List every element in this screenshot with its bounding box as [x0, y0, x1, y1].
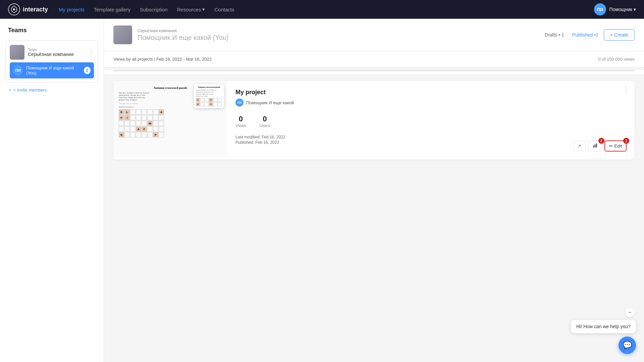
user-avatar-nav: ПИ [594, 3, 606, 15]
nav-subscription[interactable]: Subscription [140, 7, 168, 12]
projects-area: Autumn crossword puzzle Top line: Anothe… [104, 74, 644, 166]
project-actions: ↗ [573, 140, 627, 152]
project-title: My project [235, 89, 627, 96]
content-area: Серьёзная компания Помощник И еще какой … [104, 19, 644, 362]
profile-name: Помощник И еще какой (You) [138, 34, 539, 42]
views-progress-container [104, 70, 644, 74]
phone-cell: L [196, 98, 200, 102]
open-button[interactable]: ↗ [573, 141, 586, 151]
team-label: Team [28, 48, 73, 52]
cw-cell [136, 132, 141, 137]
nav-my-projects[interactable]: My projects [59, 7, 85, 12]
cw-cell [124, 126, 130, 132]
create-button[interactable]: + Create [604, 29, 635, 41]
cw-cell [153, 115, 158, 120]
svg-rect-4 [596, 143, 597, 147]
team-name: Серьёзная компания [28, 52, 73, 57]
views-metric-label: Views [235, 123, 246, 128]
cw-cell [159, 115, 164, 120]
phone-cell [205, 102, 209, 106]
cw-cell [119, 121, 124, 126]
team-logo [10, 45, 24, 60]
cw-cell: N [119, 132, 124, 137]
phone-cell [218, 102, 222, 106]
sidebar: Teams Team Серьёзная компания ⋮ ПИ [0, 19, 104, 362]
cw-cell [136, 115, 141, 120]
chat-open-button[interactable]: 💬 [619, 337, 636, 354]
minimize-button[interactable]: − [625, 308, 635, 317]
cw-cell [159, 132, 164, 137]
cw-cell [124, 121, 130, 126]
cw-cell [136, 121, 141, 126]
cw-cell: F [142, 126, 147, 132]
cw-cell: P [153, 132, 158, 137]
cw-cell [130, 121, 136, 126]
chat-bubble: Hi! How can we help you? [571, 320, 636, 333]
project-metrics: 0 Views 0 Users [235, 115, 627, 128]
nav-contacts[interactable]: Contacts [214, 7, 234, 12]
invite-members-link[interactable]: + + Invite members [5, 84, 98, 96]
views-progress-bar [113, 70, 635, 71]
profile-header: Серьёзная компания Помощник И еще какой … [104, 19, 644, 51]
project-thumbnail: Autumn crossword puzzle Top line: Anothe… [113, 81, 227, 158]
cw-cell: A [159, 109, 164, 115]
cw-cell [147, 115, 153, 120]
cw-cell [142, 132, 147, 137]
project-dates: Last modified: Feb 16, 2022 Published: F… [235, 135, 627, 145]
svg-rect-3 [594, 144, 595, 147]
cw-cell [130, 132, 136, 137]
project-details: ⋮ My project ПИ Помощник И еще какой 0 V… [227, 81, 635, 160]
team-text: Team Серьёзная компания [28, 48, 73, 57]
phone-overlay: Autumn crossword puzzle Top line: Anothe… [194, 84, 224, 108]
team-logo-image [10, 45, 24, 60]
chevron-down-icon: ▾ [202, 6, 205, 12]
cw-cell [147, 132, 153, 137]
views-value: 0 [235, 115, 246, 123]
cw-cell [159, 126, 164, 132]
cw-grid: E L A F I [119, 109, 222, 137]
phone-cell: C [209, 98, 213, 102]
cw-cell [159, 121, 164, 126]
cw-cell [119, 126, 124, 132]
cw-cell: I [124, 115, 130, 120]
views-bar: Views by all projects | Feb 16, 2022 - M… [104, 51, 644, 67]
cw-cell [153, 126, 158, 132]
cw-cell [130, 126, 136, 132]
member-row[interactable]: ПИ Помощник И еще какой (You) 2 [10, 62, 94, 78]
team-card: Team Серьёзная компания ⋮ ПИ Помощник И … [5, 41, 98, 83]
stats-badge: 2 [598, 138, 604, 144]
phone-cell [200, 102, 204, 106]
external-link-icon: ↗ [578, 143, 581, 148]
cw-cell: F [119, 115, 124, 120]
plus-icon: + [9, 87, 11, 93]
profile-logo [113, 25, 132, 44]
card-menu-button[interactable]: ⋮ [623, 86, 629, 94]
messenger-icon: 💬 [623, 341, 632, 350]
last-modified: Last modified: Feb 16, 2022 [235, 135, 627, 139]
chat-widget: − Hi! How can we help you? 💬 [571, 320, 636, 354]
team-info: Team Серьёзная компания [10, 45, 73, 60]
cw-cell [147, 126, 153, 132]
published-link[interactable]: Published •1 [572, 32, 598, 38]
cw-cell: L [124, 109, 130, 115]
phone-clues: Top line: Another name for Autumn Second… [196, 89, 222, 97]
views-count: 0 of 150 000 views [598, 57, 635, 62]
sidebar-title: Teams [5, 27, 98, 34]
phone-cell [218, 98, 222, 102]
phone-grid: L C A F [196, 98, 222, 106]
team-menu-button[interactable]: ⋮ [89, 49, 94, 56]
nav-right: ПИ Помощник ▾ [594, 3, 636, 15]
nav-template-gallery[interactable]: Template gallery [94, 7, 130, 12]
nav-resources[interactable]: Resources ▾ [177, 6, 205, 12]
cw-cell [136, 109, 141, 115]
app-logo[interactable]: interacty [8, 3, 48, 15]
phone-cell [205, 98, 209, 102]
phone-cell: A [196, 102, 200, 106]
edit-icon: ✏ [609, 143, 613, 148]
cw-cell [130, 109, 136, 115]
users-metric: 0 Users [260, 115, 270, 128]
phone-cell [213, 98, 217, 102]
user-name-dropdown[interactable]: Помощник ▾ [609, 7, 636, 12]
project-card: Autumn crossword puzzle Top line: Anothe… [113, 81, 635, 160]
member-avatar: ПИ [13, 65, 23, 76]
